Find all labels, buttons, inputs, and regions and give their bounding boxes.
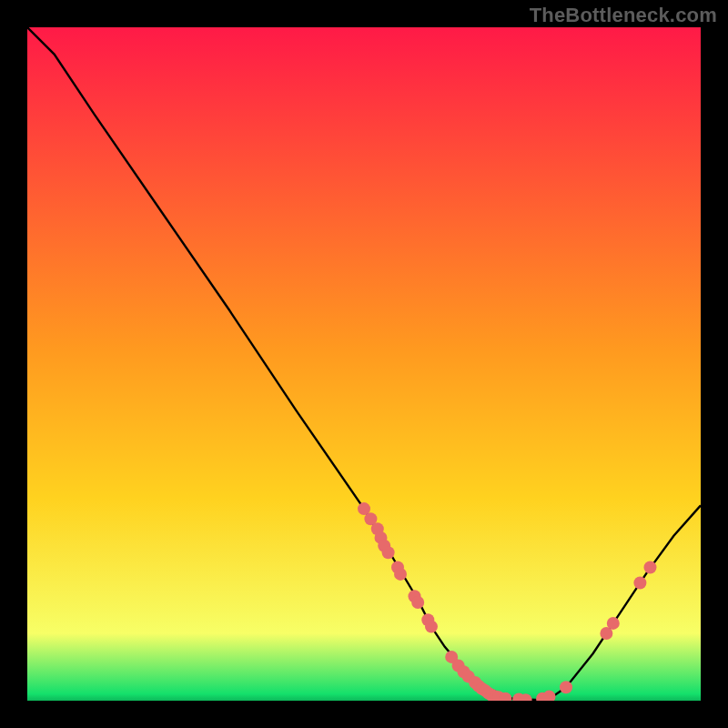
data-point — [607, 617, 620, 630]
data-point — [411, 596, 424, 609]
data-point — [382, 546, 395, 559]
attribution-text: TheBottleneck.com — [530, 4, 717, 27]
chart-stage: TheBottleneck.com — [0, 0, 728, 728]
gradient-background — [27, 27, 701, 701]
plot-svg — [27, 27, 701, 701]
data-point — [633, 577, 646, 590]
data-point — [560, 681, 572, 693]
data-point — [425, 621, 438, 633]
data-point — [644, 561, 657, 574]
data-point — [394, 568, 407, 581]
plot-area — [27, 27, 701, 701]
